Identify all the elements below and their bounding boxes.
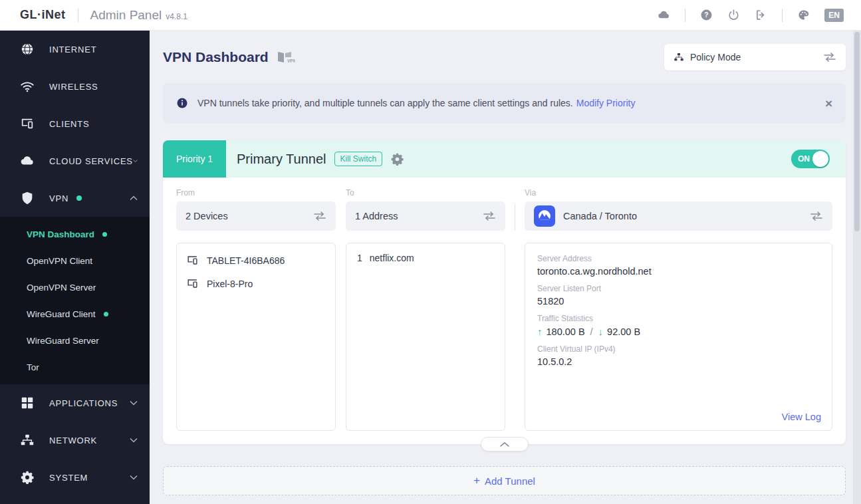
view-log-link[interactable]: View Log: [782, 412, 821, 422]
to-value: 1 Address: [355, 211, 398, 221]
address-index: 1: [357, 253, 362, 263]
policy-hierarchy-icon: [674, 52, 684, 63]
address-list-item[interactable]: 1 netflix.com: [357, 253, 494, 263]
sidebar-item-wireguard-client[interactable]: WireGuard Client: [0, 301, 150, 327]
vpn-book-icon: VPN: [275, 50, 295, 64]
page-scrollbar[interactable]: [853, 31, 861, 504]
column-divider: [515, 204, 515, 231]
close-icon[interactable]: ×: [825, 97, 832, 110]
chevron-down-icon: [130, 438, 138, 443]
sidebar-item-openvpn-server[interactable]: OpenVPN Server: [0, 274, 150, 301]
tunnel-card: Priority 1 Primary Tunnel Kill Switch ON…: [163, 140, 846, 444]
via-server-selector[interactable]: Canada / Toronto: [525, 201, 832, 231]
chevron-up-icon: [130, 195, 138, 201]
banner-text: VPN tunnels take priority, and multiple …: [197, 98, 573, 108]
tunnel-settings-gear-icon[interactable]: [390, 152, 404, 166]
submenu-label: Tor: [27, 362, 39, 372]
chevron-up-icon: [500, 442, 509, 447]
devices-icon: [20, 116, 35, 131]
collapse-card-button[interactable]: [481, 437, 529, 451]
scrollbar-thumb[interactable]: [854, 32, 860, 231]
vpn-submenu: VPN Dashboard OpenVPN Client OpenVPN Ser…: [0, 217, 150, 384]
sidebar-item-vpn[interactable]: VPN: [0, 180, 150, 217]
info-icon: [176, 97, 188, 109]
policy-mode-label: Policy Mode: [690, 52, 741, 63]
swap-icon: [483, 211, 496, 221]
swap-icon: [313, 211, 326, 221]
sidebar-item-wireless[interactable]: WIRELESS: [0, 68, 150, 105]
submenu-label: OpenVPN Server: [27, 283, 96, 293]
upload-arrow-icon: ↑: [537, 326, 543, 337]
svg-text:VPN: VPN: [287, 59, 295, 63]
sidebar-item-applications[interactable]: APPLICATIONS: [0, 384, 150, 422]
sidebar-item-network[interactable]: NETWORK: [0, 422, 150, 459]
modify-priority-link[interactable]: Modify Priority: [576, 98, 636, 108]
status-dot: [104, 312, 108, 316]
device-list-item[interactable]: TABLET-4I6BA686: [186, 254, 326, 267]
apps-grid-icon: [20, 396, 35, 410]
sidebar-item-system[interactable]: SYSTEM: [0, 459, 150, 496]
page-title: VPN Dashboard: [163, 49, 269, 65]
to-address-selector[interactable]: 1 Address: [346, 201, 505, 231]
to-column: To 1 Address: [346, 188, 505, 231]
sidebar-item-tor[interactable]: Tor: [0, 354, 150, 380]
sidebar-label: CLIENTS: [49, 119, 90, 129]
sidebar: INTERNET WIRELESS CLIENTS CLOUD SERVICES…: [0, 31, 150, 504]
client-ip-value: 10.5.0.2: [537, 356, 820, 367]
device-list-item[interactable]: Pixel-8-Pro: [186, 277, 326, 290]
tunnel-on-toggle[interactable]: ON: [791, 150, 830, 168]
server-address-value: toronto.ca.wg.nordhold.net: [537, 266, 820, 277]
download-value: 92.00 B: [607, 326, 640, 337]
via-value: Canada / Toronto: [563, 211, 637, 221]
add-tunnel-label: Add Tunnel: [485, 475, 535, 487]
sidebar-label: SYSTEM: [49, 473, 88, 483]
from-value: 2 Devices: [185, 211, 228, 221]
glinet-logo: GL·iNet: [20, 8, 66, 22]
sidebar-label: VPN: [49, 193, 68, 203]
device-name: Pixel-8-Pro: [207, 279, 253, 289]
sidebar-item-wireguard-server[interactable]: WireGuard Server: [0, 327, 150, 354]
theme-palette-icon[interactable]: [797, 9, 810, 21]
addresses-panel: 1 netflix.com: [346, 243, 505, 431]
from-devices-selector[interactable]: 2 Devices: [176, 201, 336, 231]
shield-icon: [20, 191, 35, 205]
status-dot: [102, 232, 107, 237]
submenu-label: WireGuard Server: [27, 336, 99, 346]
nordvpn-logo-icon: [534, 205, 555, 227]
sidebar-label: NETWORK: [49, 436, 97, 445]
download-arrow-icon: ↓: [598, 326, 604, 337]
gear-icon: [20, 470, 35, 485]
tunnel-card-header: Priority 1 Primary Tunnel Kill Switch ON: [163, 140, 846, 178]
add-tunnel-button[interactable]: + Add Tunnel: [163, 466, 846, 495]
chevron-down-icon: [133, 158, 138, 164]
wifi-icon: [20, 79, 35, 94]
server-address-label: Server Address: [537, 254, 820, 263]
plus-icon: +: [473, 474, 480, 487]
address-host: netflix.com: [370, 253, 414, 263]
language-badge[interactable]: EN: [824, 9, 844, 22]
policy-mode-selector[interactable]: Policy Mode: [664, 44, 846, 70]
via-column: Via Canada / Toronto: [525, 188, 832, 231]
listen-port-label: Server Listen Port: [537, 284, 820, 293]
topbar: GL·iNet Admin Panel v4.8.1 ? EN: [0, 0, 861, 31]
traffic-stats-label: Traffic Statistics: [537, 314, 820, 323]
help-icon[interactable]: ?: [700, 9, 713, 21]
traffic-stats-group: Traffic Statistics ↑ 180.00 B / ↓ 92.00 …: [537, 314, 820, 337]
device-icon: [186, 277, 199, 290]
kill-switch-badge: Kill Switch: [334, 152, 383, 166]
submenu-label: OpenVPN Client: [27, 256, 92, 266]
devices-panel: TABLET-4I6BA686 Pixel-8-Pro: [176, 243, 336, 431]
sidebar-item-vpn-dashboard[interactable]: VPN Dashboard: [0, 221, 150, 247]
device-name: TABLET-4I6BA686: [207, 255, 285, 266]
topbar-actions: ? EN: [658, 9, 844, 22]
sidebar-item-cloud-services[interactable]: CLOUD SERVICES: [0, 142, 150, 180]
topbar-divider: [685, 9, 685, 22]
page-header: VPN Dashboard VPN Policy Mode: [163, 44, 846, 70]
logout-icon[interactable]: [755, 9, 767, 21]
sidebar-item-openvpn-client[interactable]: OpenVPN Client: [0, 247, 150, 274]
sidebar-item-clients[interactable]: CLIENTS: [0, 105, 150, 142]
to-label: To: [346, 188, 505, 197]
sidebar-item-internet[interactable]: INTERNET: [0, 31, 150, 68]
cloud-icon[interactable]: [658, 9, 670, 21]
power-icon[interactable]: [727, 9, 740, 21]
